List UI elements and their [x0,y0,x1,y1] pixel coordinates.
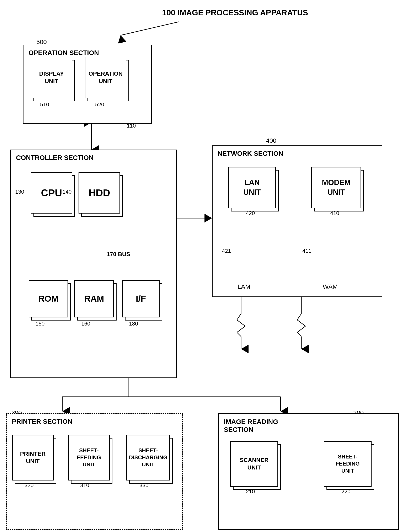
svg-line-26 [297,326,305,332]
svg-line-24 [297,314,301,320]
if-number: 180 [129,321,138,327]
apparatus-title: 100 IMAGE PROCESSING APPARATUS [162,8,308,17]
scanner-unit-number: 210 [246,488,255,495]
modem-unit-number: 410 [330,210,339,217]
operation-section-number: 500 [36,38,47,46]
lam-label: LAM [238,283,250,290]
svg-line-25 [297,320,305,326]
sheet-feeding-box-printer: SHEET-FEEDINGUNIT [68,435,110,481]
image-reading-section-label: IMAGE READINGSECTION [224,418,278,434]
if-box: I/F [122,280,160,317]
printer-unit-number: 320 [25,482,33,489]
svg-line-27 [297,332,301,337]
sheet-feeding-box-ir: SHEET-FEEDINGUNIT [324,441,372,487]
svg-line-21 [237,332,241,337]
ram-box: RAM [74,280,114,317]
printer-unit-box: PRINTERUNIT [12,435,54,481]
cpu-number: 130 [15,189,24,195]
network-section-box: NETWORK SECTION LANUNIT 420 MODEMUNIT 41… [212,145,382,297]
lan-line-number: 421 [222,248,231,254]
image-reading-section-box: IMAGE READINGSECTION SCANNERUNIT 210 SHE… [218,413,399,530]
scanner-unit-box: SCANNERUNIT [230,441,278,487]
printer-section-box: PRINTER SECTION PRINTERUNIT 320 SHEET-FE… [6,413,183,530]
operation-section-box: OPERATION SECTION DISPLAYUNIT 510 OPERAT… [23,45,152,124]
hdd-box: HDD [78,172,120,214]
network-section-number: 400 [266,137,277,144]
printer-section-label: PRINTER SECTION [12,418,73,426]
modem-unit-box: MODEMUNIT [311,167,361,208]
operation-section-label: OPERATION SECTION [29,49,99,57]
sheet-discharging-number: 330 [139,482,148,489]
lan-unit-number: 420 [246,210,255,217]
svg-line-18 [237,314,241,320]
svg-line-8 [121,22,179,35]
svg-line-19 [237,320,245,326]
network-section-label: NETWORK SECTION [218,150,283,157]
operation-unit-box: OPERATIONUNIT [85,57,126,98]
wan-line-number: 411 [302,248,311,254]
controller-section-label: CONTROLLER SECTION [16,154,94,162]
display-unit-box: DISPLAYUNIT [31,57,72,98]
hdd-number: 140 [63,189,71,195]
sheet-feeding-number-printer: 310 [80,482,89,489]
operation-unit-number: 520 [95,101,104,108]
controller-section-box: CONTROLLER SECTION CPU 130 HDD 140 170 B… [10,150,177,378]
operation-section-ref: 110 [127,123,136,129]
rom-box: ROM [29,280,68,317]
rom-number: 150 [36,321,45,327]
svg-line-20 [237,326,245,332]
wam-label: WAM [323,283,338,290]
lan-unit-box: LANUNIT [228,167,276,208]
ram-number: 160 [81,321,90,327]
display-unit-number: 510 [40,101,49,108]
sheet-feeding-number-ir: 220 [342,488,350,495]
sheet-discharging-box: SHEET-DISCHARGINGUNIT [126,435,170,481]
bus-label: 170 BUS [107,251,130,257]
